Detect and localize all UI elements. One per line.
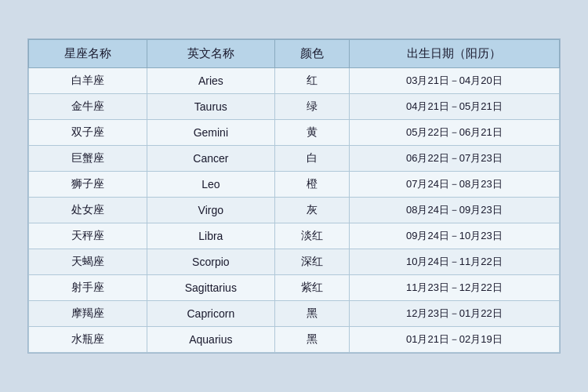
- cell-color: 紫红: [274, 275, 349, 301]
- table-row: 天蝎座Scorpio深红10月24日－11月22日: [29, 249, 560, 275]
- cell-date: 07月24日－08月23日: [349, 172, 559, 198]
- cell-color: 黑: [274, 301, 349, 327]
- cell-date: 06月22日－07月23日: [349, 146, 559, 172]
- cell-english-name: Cancer: [147, 146, 275, 172]
- cell-color: 白: [274, 146, 349, 172]
- cell-date: 09月24日－10月23日: [349, 223, 559, 249]
- cell-chinese-name: 摩羯座: [29, 301, 147, 327]
- table-body: 白羊座Aries红03月21日－04月20日金牛座Taurus绿04月21日－0…: [29, 68, 560, 353]
- cell-english-name: Leo: [147, 172, 275, 198]
- cell-color: 黑: [274, 327, 349, 353]
- cell-english-name: Aries: [147, 68, 275, 94]
- cell-chinese-name: 天秤座: [29, 223, 147, 249]
- cell-chinese-name: 双子座: [29, 120, 147, 146]
- header-chinese-name: 星座名称: [29, 40, 147, 68]
- table-row: 摩羯座Capricorn黑12月23日－01月22日: [29, 301, 560, 327]
- cell-english-name: Libra: [147, 223, 275, 249]
- cell-color: 淡红: [274, 223, 349, 249]
- cell-color: 橙: [274, 172, 349, 198]
- cell-english-name: Aquarius: [147, 327, 275, 353]
- cell-english-name: Scorpio: [147, 249, 275, 275]
- cell-chinese-name: 金牛座: [29, 94, 147, 120]
- cell-chinese-name: 天蝎座: [29, 249, 147, 275]
- table-row: 巨蟹座Cancer白06月22日－07月23日: [29, 146, 560, 172]
- cell-english-name: Virgo: [147, 198, 275, 223]
- cell-date: 04月21日－05月21日: [349, 94, 559, 120]
- table-row: 水瓶座Aquarius黑01月21日－02月19日: [29, 327, 560, 353]
- cell-date: 10月24日－11月22日: [349, 249, 559, 275]
- cell-color: 灰: [274, 198, 349, 223]
- cell-chinese-name: 白羊座: [29, 68, 147, 94]
- zodiac-table: 星座名称 英文名称 颜色 出生日期（阳历） 白羊座Aries红03月21日－04…: [28, 39, 560, 353]
- header-date: 出生日期（阳历）: [349, 40, 559, 68]
- table-row: 处女座Virgo灰08月24日－09月23日: [29, 198, 560, 223]
- cell-color: 黄: [274, 120, 349, 146]
- cell-chinese-name: 水瓶座: [29, 327, 147, 353]
- cell-color: 绿: [274, 94, 349, 120]
- zodiac-table-container: 星座名称 英文名称 颜色 出生日期（阳历） 白羊座Aries红03月21日－04…: [27, 38, 561, 354]
- cell-english-name: Gemini: [147, 120, 275, 146]
- cell-color: 深红: [274, 249, 349, 275]
- cell-chinese-name: 狮子座: [29, 172, 147, 198]
- table-row: 双子座Gemini黄05月22日－06月21日: [29, 120, 560, 146]
- cell-english-name: Sagittarius: [147, 275, 275, 301]
- cell-chinese-name: 巨蟹座: [29, 146, 147, 172]
- table-row: 射手座Sagittarius紫红11月23日－12月22日: [29, 275, 560, 301]
- cell-date: 05月22日－06月21日: [349, 120, 559, 146]
- table-row: 金牛座Taurus绿04月21日－05月21日: [29, 94, 560, 120]
- table-header-row: 星座名称 英文名称 颜色 出生日期（阳历）: [29, 40, 560, 68]
- cell-date: 12月23日－01月22日: [349, 301, 559, 327]
- cell-date: 01月21日－02月19日: [349, 327, 559, 353]
- table-row: 天秤座Libra淡红09月24日－10月23日: [29, 223, 560, 249]
- table-row: 白羊座Aries红03月21日－04月20日: [29, 68, 560, 94]
- cell-chinese-name: 处女座: [29, 198, 147, 223]
- cell-date: 03月21日－04月20日: [349, 68, 559, 94]
- cell-english-name: Taurus: [147, 94, 275, 120]
- cell-chinese-name: 射手座: [29, 275, 147, 301]
- cell-date: 08月24日－09月23日: [349, 198, 559, 223]
- cell-english-name: Capricorn: [147, 301, 275, 327]
- header-color: 颜色: [274, 40, 349, 68]
- cell-date: 11月23日－12月22日: [349, 275, 559, 301]
- table-row: 狮子座Leo橙07月24日－08月23日: [29, 172, 560, 198]
- cell-color: 红: [274, 68, 349, 94]
- header-english-name: 英文名称: [147, 40, 275, 68]
